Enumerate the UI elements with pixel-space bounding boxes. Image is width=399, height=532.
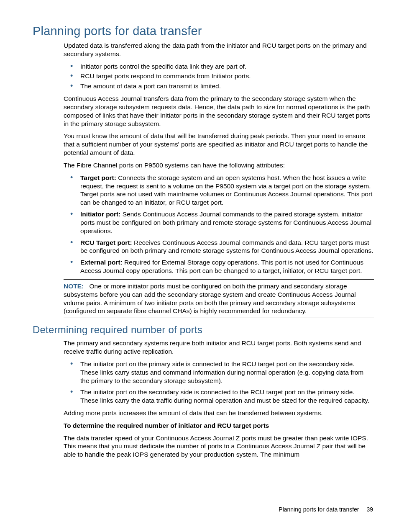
list-item: The amount of data a port can transmit i…	[80, 82, 374, 90]
footer-section: Planning ports for data transfer	[279, 506, 359, 513]
page-footer: Planning ports for data transfer 39	[279, 506, 373, 513]
heading-planning-ports: Planning ports for data transfer	[33, 24, 374, 38]
list-item: RCU target ports respond to commands fro…	[80, 72, 374, 80]
note-box: NOTE: One or more initiator ports must b…	[64, 279, 374, 318]
para-fc-attrs: The Fibre Channel ports on P9500 systems…	[64, 161, 374, 170]
page: Planning ports for data transfer Updated…	[0, 0, 399, 532]
term-external-port: External port:	[80, 259, 123, 266]
list-item-target-port: Target port: Connects the storage system…	[80, 174, 374, 207]
section-body-1: Updated data is transferred along the da…	[64, 41, 374, 318]
list-item: The initiator port on the secondary side…	[80, 388, 374, 405]
para-intro: Updated data is transferred along the da…	[64, 41, 374, 58]
note-text: One or more initiator ports must be conf…	[64, 283, 356, 314]
text-target-port: Connects the storage system and an open …	[80, 174, 372, 206]
note-label: NOTE:	[64, 283, 84, 290]
para-caj-transfer: Continuous Access Journal transfers data…	[64, 95, 374, 128]
text-external-port: Required for External Storage copy opera…	[80, 259, 363, 274]
heading-determining-ports: Determining required number of ports	[33, 324, 374, 336]
list-item: Initiator ports control the specific dat…	[80, 62, 374, 71]
bullet-list-basics: Initiator ports control the specific dat…	[64, 62, 374, 90]
para-transfer-speed: The data transfer speed of your Continuo…	[64, 434, 374, 459]
list-item-initiator-port: Initiator port: Sends Continuous Access …	[80, 210, 374, 235]
para-peak-periods: You must know the amount of data that wi…	[64, 132, 374, 157]
text-initiator-port: Sends Continuous Access Journal commands…	[80, 211, 371, 234]
list-item-rcu-target-port: RCU Target port: Receives Continuous Acc…	[80, 239, 374, 255]
bullet-list-ports: Target port: Connects the storage system…	[64, 174, 374, 275]
term-initiator-port: Initiator port:	[80, 211, 120, 218]
para-to-determine: To determine the required number of init…	[64, 421, 374, 430]
bullet-list-links: The initiator port on the primary side i…	[64, 360, 374, 405]
footer-page-number: 39	[366, 506, 373, 513]
section-body-2: The primary and secondary systems requir…	[64, 339, 374, 459]
list-item-external-port: External port: Required for External Sto…	[80, 258, 374, 275]
term-target-port: Target port:	[80, 174, 116, 181]
para-more-ports: Adding more ports increases the amount o…	[64, 409, 374, 417]
term-rcu-target-port: RCU Target port:	[80, 239, 132, 246]
list-item: The initiator port on the primary side i…	[80, 360, 374, 385]
para-both-systems: The primary and secondary systems requir…	[64, 339, 374, 356]
